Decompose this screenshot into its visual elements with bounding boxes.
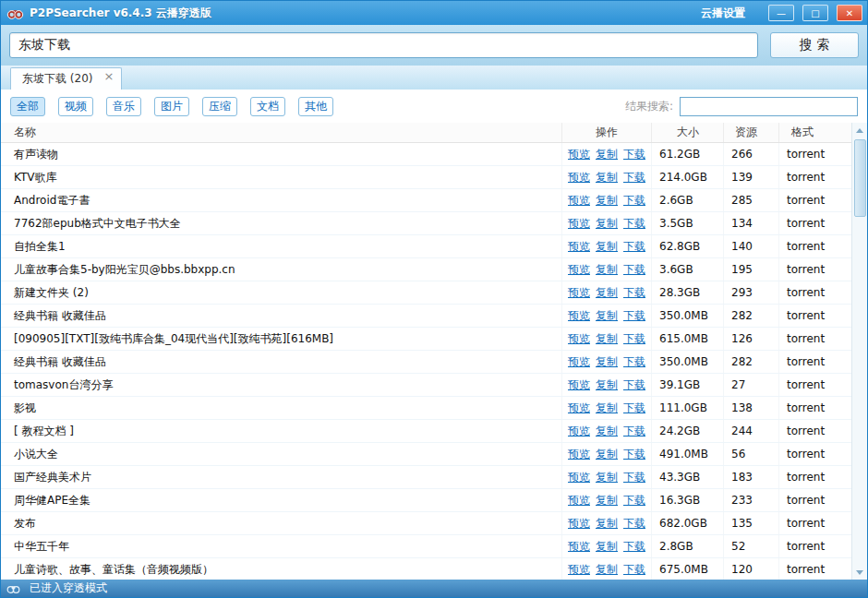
copy-link[interactable]: 复制 bbox=[596, 562, 618, 578]
tab-search-result[interactable]: 东坡下载 (20) × bbox=[10, 67, 122, 90]
column-header-size[interactable]: 大小 bbox=[651, 123, 723, 142]
preview-link[interactable]: 预览 bbox=[568, 424, 590, 439]
preview-link[interactable]: 预览 bbox=[568, 354, 590, 370]
copy-link[interactable]: 复制 bbox=[596, 170, 618, 185]
preview-link[interactable]: 预览 bbox=[568, 239, 590, 255]
preview-link[interactable]: 预览 bbox=[568, 516, 590, 532]
column-header-resources[interactable]: 资源 bbox=[723, 123, 778, 142]
preview-link[interactable]: 预览 bbox=[568, 285, 590, 301]
minimize-button[interactable]: — bbox=[768, 5, 794, 21]
tab-close-icon[interactable]: × bbox=[103, 70, 114, 82]
download-link[interactable]: 下载 bbox=[623, 516, 645, 532]
scroll-up-button[interactable] bbox=[853, 123, 867, 138]
filter-video[interactable]: 视频 bbox=[58, 97, 93, 116]
copy-link[interactable]: 复制 bbox=[596, 470, 618, 485]
copy-link[interactable]: 复制 bbox=[596, 147, 618, 162]
column-header-name[interactable]: 名称 bbox=[1, 123, 561, 142]
copy-link[interactable]: 复制 bbox=[596, 539, 618, 555]
preview-link[interactable]: 预览 bbox=[568, 216, 590, 232]
cloud-play-settings-link[interactable]: 云播设置 bbox=[701, 6, 745, 21]
table-row[interactable]: 国产经典美术片预览复制下载43.3GB183torrent bbox=[1, 466, 851, 489]
copy-link[interactable]: 复制 bbox=[596, 216, 618, 232]
table-row[interactable]: KTV歌库预览复制下载214.0GB139torrent bbox=[1, 166, 851, 189]
download-link[interactable]: 下载 bbox=[623, 239, 645, 255]
table-row[interactable]: 发布预览复制下载682.0GB135torrent bbox=[1, 512, 851, 535]
preview-link[interactable]: 预览 bbox=[568, 447, 590, 462]
download-link[interactable]: 下载 bbox=[623, 193, 645, 209]
download-link[interactable]: 下载 bbox=[623, 147, 645, 162]
download-link[interactable]: 下载 bbox=[623, 331, 645, 347]
table-row[interactable]: 周华健APE全集预览复制下载16.3GB233torrent bbox=[1, 489, 851, 512]
copy-link[interactable]: 复制 bbox=[596, 354, 618, 370]
download-link[interactable]: 下载 bbox=[623, 539, 645, 555]
preview-link[interactable]: 预览 bbox=[568, 147, 590, 162]
search-input[interactable] bbox=[9, 32, 758, 58]
table-row[interactable]: Android電子書预览复制下载2.6GB285torrent bbox=[1, 189, 851, 212]
copy-link[interactable]: 复制 bbox=[596, 447, 618, 462]
download-link[interactable]: 下载 bbox=[623, 285, 645, 301]
table-row[interactable]: 影视预览复制下载111.0GB138torrent bbox=[1, 397, 851, 420]
download-link[interactable]: 下载 bbox=[623, 493, 645, 508]
column-header-action[interactable]: 操作 bbox=[561, 123, 651, 142]
copy-link[interactable]: 复制 bbox=[596, 308, 618, 324]
table-row[interactable]: 自拍全集1预览复制下载62.8GB140torrent bbox=[1, 235, 851, 258]
table-row[interactable]: [ 教程文档 ]预览复制下载24.2GB244torrent bbox=[1, 420, 851, 443]
preview-link[interactable]: 预览 bbox=[568, 377, 590, 393]
preview-link[interactable]: 预览 bbox=[568, 170, 590, 185]
table-row[interactable]: 儿童诗歌、故事、童话集（音频视频版）预览复制下载675.0MB120torren… bbox=[1, 558, 851, 580]
table-row[interactable]: 经典书籍 收藏佳品预览复制下载350.0MB282torrent bbox=[1, 305, 851, 328]
download-link[interactable]: 下载 bbox=[623, 216, 645, 232]
filter-archive[interactable]: 压缩 bbox=[202, 97, 237, 116]
copy-link[interactable]: 复制 bbox=[596, 493, 618, 508]
filter-doc[interactable]: 文档 bbox=[250, 97, 285, 116]
table-row[interactable]: 中华五千年预览复制下载2.8GB52torrent bbox=[1, 535, 851, 558]
copy-link[interactable]: 复制 bbox=[596, 401, 618, 416]
scroll-thumb[interactable] bbox=[854, 139, 866, 217]
copy-link[interactable]: 复制 bbox=[596, 262, 618, 278]
table-row[interactable]: 经典书籍 收藏佳品预览复制下载350.0MB282torrent bbox=[1, 351, 851, 374]
download-link[interactable]: 下载 bbox=[623, 170, 645, 185]
table-row[interactable]: 7762部epub格式中文电子书大全预览复制下载3.5GB134torrent bbox=[1, 212, 851, 235]
search-button[interactable]: 搜 索 bbox=[770, 32, 859, 58]
download-link[interactable]: 下载 bbox=[623, 470, 645, 485]
copy-link[interactable]: 复制 bbox=[596, 331, 618, 347]
filter-other[interactable]: 其他 bbox=[298, 97, 333, 116]
download-link[interactable]: 下载 bbox=[623, 354, 645, 370]
scroll-down-button[interactable] bbox=[853, 565, 867, 580]
preview-link[interactable]: 预览 bbox=[568, 401, 590, 416]
download-link[interactable]: 下载 bbox=[623, 308, 645, 324]
preview-link[interactable]: 预览 bbox=[568, 331, 590, 347]
table-row[interactable]: [090905][TXT][致纯书库合集_04现代当代][致纯书苑][616MB… bbox=[1, 328, 851, 351]
preview-link[interactable]: 预览 bbox=[568, 493, 590, 508]
download-link[interactable]: 下载 bbox=[623, 447, 645, 462]
preview-link[interactable]: 预览 bbox=[568, 470, 590, 485]
column-header-format[interactable]: 格式 bbox=[778, 123, 851, 142]
table-row[interactable]: 小说大全预览复制下载491.0MB56torrent bbox=[1, 443, 851, 466]
copy-link[interactable]: 复制 bbox=[596, 193, 618, 209]
close-button[interactable]: ✕ bbox=[837, 5, 862, 21]
copy-link[interactable]: 复制 bbox=[596, 377, 618, 393]
download-link[interactable]: 下载 bbox=[623, 262, 645, 278]
download-link[interactable]: 下载 bbox=[623, 424, 645, 439]
copy-link[interactable]: 复制 bbox=[596, 516, 618, 532]
preview-link[interactable]: 预览 bbox=[568, 262, 590, 278]
table-row[interactable]: 有声读物预览复制下载61.2GB266torrent bbox=[1, 143, 851, 166]
preview-link[interactable]: 预览 bbox=[568, 539, 590, 555]
table-row[interactable]: 新建文件夹 (2)预览复制下载28.3GB293torrent bbox=[1, 281, 851, 305]
maximize-button[interactable]: □ bbox=[802, 5, 828, 21]
copy-link[interactable]: 复制 bbox=[596, 424, 618, 439]
result-search-input[interactable] bbox=[680, 97, 858, 116]
preview-link[interactable]: 预览 bbox=[568, 562, 590, 578]
vertical-scrollbar[interactable] bbox=[851, 123, 867, 580]
preview-link[interactable]: 预览 bbox=[568, 308, 590, 324]
filter-music[interactable]: 音乐 bbox=[106, 97, 141, 116]
preview-link[interactable]: 预览 bbox=[568, 193, 590, 209]
table-row[interactable]: tomasvon台湾分享预览复制下载39.1GB27torrent bbox=[1, 374, 851, 397]
download-link[interactable]: 下载 bbox=[623, 401, 645, 416]
table-row[interactable]: 儿童故事合集5-by阳光宝贝@bbs.bbxpp.cn预览复制下载3.6GB19… bbox=[1, 258, 851, 281]
download-link[interactable]: 下载 bbox=[623, 562, 645, 578]
copy-link[interactable]: 复制 bbox=[596, 239, 618, 255]
copy-link[interactable]: 复制 bbox=[596, 285, 618, 301]
filter-image[interactable]: 图片 bbox=[154, 97, 189, 116]
download-link[interactable]: 下载 bbox=[623, 377, 645, 393]
